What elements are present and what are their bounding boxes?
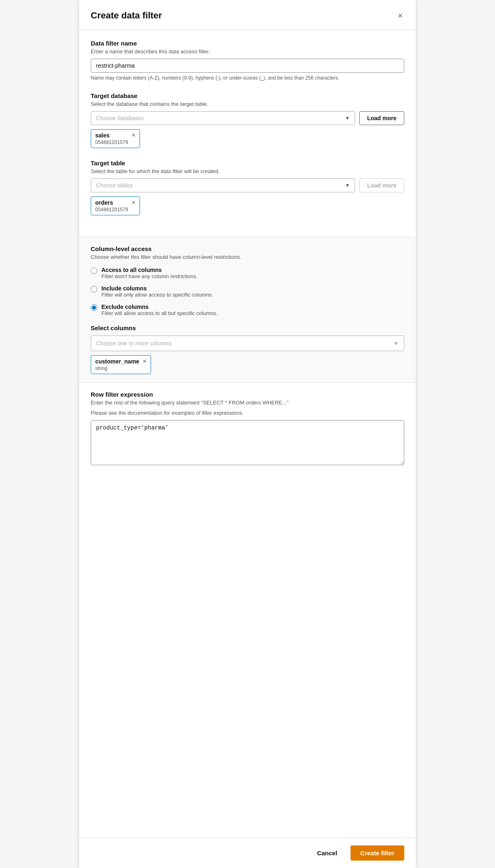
radio-include-desc: Filter will only allow access to specifi…	[101, 292, 213, 298]
cancel-button[interactable]: Cancel	[309, 845, 345, 861]
modal-body: Data filter name Enter a name that descr…	[79, 30, 416, 237]
database-dropdown[interactable]: Choose databases ▼	[91, 111, 355, 125]
radio-exclude-label: Exclude columns	[101, 304, 218, 310]
filter-name-helper: Name may contain letters (A-Z), numbers …	[91, 75, 404, 81]
radio-item-include: Include columns Filter will only allow a…	[91, 285, 404, 298]
row-filter-label: Row filter expression	[91, 391, 404, 398]
database-tag-name: sales	[95, 132, 110, 139]
table-tag-header: orders ×	[95, 199, 135, 206]
column-level-section: Column-level access Choose whether this …	[79, 237, 416, 382]
database-tag-close-button[interactable]: ×	[128, 132, 135, 139]
chevron-down-icon: ▼	[393, 340, 399, 347]
database-placeholder: Choose databases	[96, 115, 144, 121]
modal-title: Create data filter	[91, 10, 162, 21]
filter-name-section: Data filter name Enter a name that descr…	[91, 40, 404, 81]
database-dropdown-row: Choose databases ▼ Load more	[91, 111, 404, 125]
target-database-desc: Select the database that contains the ta…	[91, 101, 404, 107]
target-database-label: Target database	[91, 92, 404, 99]
radio-all-desc: Filter won't have any column restriction…	[101, 273, 197, 279]
close-button[interactable]: ×	[396, 10, 404, 21]
column-tag-name: customer_name	[95, 358, 139, 365]
modal-header: Create data filter ×	[79, 0, 416, 30]
database-tag-header: sales ×	[95, 132, 135, 139]
row-filter-textarea[interactable]: product_type='pharma'	[91, 420, 404, 465]
table-tag-name: orders	[95, 199, 113, 206]
create-filter-button[interactable]: Create filter	[351, 845, 404, 861]
target-table-desc: Select the table for which the data filt…	[91, 168, 404, 174]
table-dropdown-row: Choose tables ▼ Load more	[91, 178, 404, 192]
table-dropdown[interactable]: Choose tables ▼	[91, 178, 355, 192]
radio-all-columns[interactable]	[91, 267, 97, 274]
table-placeholder: Choose tables	[96, 182, 133, 189]
database-load-more-button[interactable]: Load more	[359, 111, 404, 125]
column-tag-close-button[interactable]: ×	[139, 358, 146, 365]
filter-name-input[interactable]	[91, 59, 404, 73]
radio-exclude-desc: Filter will allow access to all but spec…	[101, 310, 218, 316]
radio-all-label: Access to all columns	[101, 267, 197, 273]
create-data-filter-modal: Create data filter × Data filter name En…	[79, 0, 416, 868]
table-selected-tag: orders × 054881201579	[91, 196, 140, 215]
radio-exclude-columns[interactable]	[91, 304, 97, 311]
column-tag-header: customer_name ×	[95, 358, 147, 365]
modal-footer: Cancel Create filter	[79, 838, 416, 868]
chevron-down-icon: ▼	[345, 183, 350, 188]
columns-placeholder: Choose one or more columns	[96, 340, 172, 347]
database-tag-sub: 054881201579	[95, 139, 135, 145]
columns-dropdown[interactable]: Choose one or more columns ▼	[91, 336, 404, 351]
select-columns-label: Select columns	[91, 324, 404, 331]
column-selected-tag: customer_name × string	[91, 355, 151, 374]
column-tag-sub: string	[95, 365, 147, 371]
chevron-down-icon: ▼	[345, 115, 350, 121]
radio-include-label: Include columns	[101, 285, 213, 292]
column-level-label: Column-level access	[91, 245, 404, 252]
row-filter-desc2: Please see the documentation for example…	[91, 410, 404, 416]
radio-include-columns[interactable]	[91, 286, 97, 292]
row-filter-desc1: Enter the rest of the following query st…	[91, 400, 404, 406]
radio-item-exclude: Exclude columns Filter will allow access…	[91, 304, 404, 316]
column-level-desc: Choose whether this filter should have c…	[91, 254, 404, 260]
filter-name-desc: Enter a name that describes this data ac…	[91, 48, 404, 55]
row-filter-section: Row filter expression Enter the rest of …	[79, 383, 416, 475]
target-database-section: Target database Select the database that…	[91, 92, 404, 148]
table-tag-close-button[interactable]: ×	[128, 199, 135, 206]
column-access-radio-group: Access to all columns Filter won't have …	[91, 267, 404, 316]
target-table-section: Target table Select the table for which …	[91, 160, 404, 215]
table-tag-sub: 054881201579	[95, 207, 135, 212]
target-table-label: Target table	[91, 160, 404, 167]
filter-name-label: Data filter name	[91, 40, 404, 47]
radio-item-all: Access to all columns Filter won't have …	[91, 267, 404, 279]
table-load-more-button[interactable]: Load more	[359, 178, 404, 192]
database-selected-tag: sales × 054881201579	[91, 129, 140, 148]
